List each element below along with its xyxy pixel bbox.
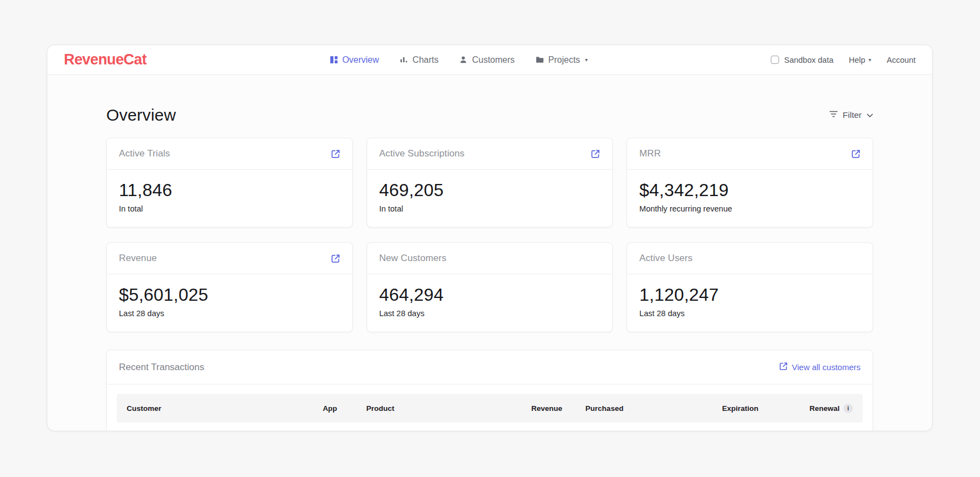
title-row: Overview Filter bbox=[106, 106, 873, 124]
folder-icon bbox=[536, 56, 544, 64]
topbar-right-group: Sandbox data Help ▾ Account bbox=[771, 56, 916, 64]
nav-customers-label: Customers bbox=[472, 55, 514, 65]
filter-button[interactable]: Filter bbox=[829, 110, 873, 120]
grid-icon bbox=[330, 56, 338, 64]
stat-card-active-subscriptions: Active Subscriptions 469,205 In total bbox=[367, 138, 613, 227]
transactions-table-header: Customer App Product Revenue Purchased E… bbox=[117, 394, 863, 422]
recent-transactions-panel: Recent Transactions View all customers C… bbox=[106, 350, 873, 431]
column-header-customer[interactable]: Customer bbox=[127, 404, 323, 413]
view-all-customers-label: View all customers bbox=[792, 362, 861, 372]
chevron-down-icon bbox=[867, 110, 873, 120]
page-title: Overview bbox=[106, 106, 176, 124]
revenuecat-logo[interactable]: RevenueCat bbox=[64, 51, 146, 68]
column-header-expiration[interactable]: Expiration bbox=[664, 404, 758, 413]
card-caption: Last 28 days bbox=[119, 309, 340, 318]
card-caption: In total bbox=[119, 204, 340, 213]
nav-projects[interactable]: Projects ▾ bbox=[536, 55, 588, 65]
account-menu[interactable]: Account bbox=[887, 56, 916, 64]
card-value: 1,120,247 bbox=[639, 285, 861, 305]
external-link-icon[interactable] bbox=[851, 149, 861, 159]
card-title: Revenue bbox=[119, 253, 157, 264]
renewal-label: Renewal bbox=[809, 404, 840, 413]
external-link-icon[interactable] bbox=[331, 149, 340, 159]
sandbox-data-toggle[interactable]: Sandbox data bbox=[771, 56, 834, 64]
nav-customers[interactable]: Customers bbox=[459, 55, 514, 65]
caret-down-icon: ▾ bbox=[869, 57, 872, 63]
card-value: 469,205 bbox=[379, 180, 601, 200]
card-caption: Last 28 days bbox=[639, 309, 861, 318]
external-link-icon[interactable] bbox=[331, 254, 340, 263]
external-link-icon bbox=[779, 362, 788, 372]
stat-card-mrr: MRR $4,342,219 Monthly recurring revenue bbox=[627, 138, 873, 227]
account-label: Account bbox=[887, 56, 916, 64]
sandbox-checkbox[interactable] bbox=[771, 56, 779, 64]
nav-charts-label: Charts bbox=[412, 55, 438, 65]
card-value: 464,294 bbox=[379, 285, 601, 305]
app-window: RevenueCat Overview Charts Customers bbox=[47, 45, 933, 431]
column-header-renewal[interactable]: Renewal i bbox=[758, 404, 853, 413]
view-all-customers-link[interactable]: View all customers bbox=[779, 362, 861, 372]
nav-overview[interactable]: Overview bbox=[330, 55, 379, 65]
recent-transactions-header: Recent Transactions View all customers bbox=[107, 350, 873, 384]
card-title: Active Subscriptions bbox=[379, 148, 465, 159]
card-title: Active Users bbox=[639, 253, 693, 264]
card-caption: Last 28 days bbox=[379, 309, 601, 318]
column-header-product[interactable]: Product bbox=[366, 404, 475, 413]
column-header-revenue[interactable]: Revenue bbox=[475, 404, 562, 413]
external-link-icon[interactable] bbox=[591, 149, 600, 159]
card-caption: In total bbox=[379, 204, 601, 213]
nav-projects-label: Projects bbox=[548, 55, 580, 65]
nav-overview-label: Overview bbox=[342, 55, 379, 65]
help-menu[interactable]: Help ▾ bbox=[849, 56, 872, 64]
card-title: MRR bbox=[639, 148, 661, 159]
card-title: New Customers bbox=[379, 253, 447, 264]
person-icon bbox=[459, 56, 467, 64]
column-header-app[interactable]: App bbox=[323, 404, 366, 413]
stat-card-active-users: Active Users 1,120,247 Last 28 days bbox=[627, 242, 873, 332]
top-navigation-bar: RevenueCat Overview Charts Customers bbox=[47, 45, 932, 75]
card-value: $5,601,025 bbox=[119, 285, 340, 305]
nav-charts[interactable]: Charts bbox=[400, 55, 438, 65]
card-value: 11,846 bbox=[119, 180, 340, 200]
stat-card-revenue: Revenue $5,601,025 Last 28 days bbox=[106, 242, 353, 332]
column-header-purchased[interactable]: Purchased bbox=[562, 404, 664, 413]
filter-label: Filter bbox=[843, 110, 862, 120]
main-content: Overview Filter Active Trials bbox=[47, 75, 932, 431]
sandbox-label: Sandbox data bbox=[784, 56, 834, 64]
stat-card-active-trials: Active Trials 11,846 In total bbox=[106, 138, 353, 227]
caret-down-icon: ▾ bbox=[585, 57, 588, 63]
card-title: Active Trials bbox=[119, 148, 170, 159]
card-value: $4,342,219 bbox=[639, 180, 861, 200]
stat-card-new-customers: New Customers 464,294 Last 28 days bbox=[367, 242, 613, 332]
stat-cards-grid: Active Trials 11,846 In total Active Sub… bbox=[106, 138, 873, 332]
info-icon[interactable]: i bbox=[843, 404, 853, 413]
bar-chart-icon bbox=[400, 56, 408, 64]
help-label: Help bbox=[849, 56, 865, 64]
card-caption: Monthly recurring revenue bbox=[639, 204, 861, 213]
filter-icon bbox=[829, 110, 838, 120]
main-nav: Overview Charts Customers Projects ▾ bbox=[146, 55, 771, 65]
recent-transactions-title: Recent Transactions bbox=[119, 362, 204, 373]
